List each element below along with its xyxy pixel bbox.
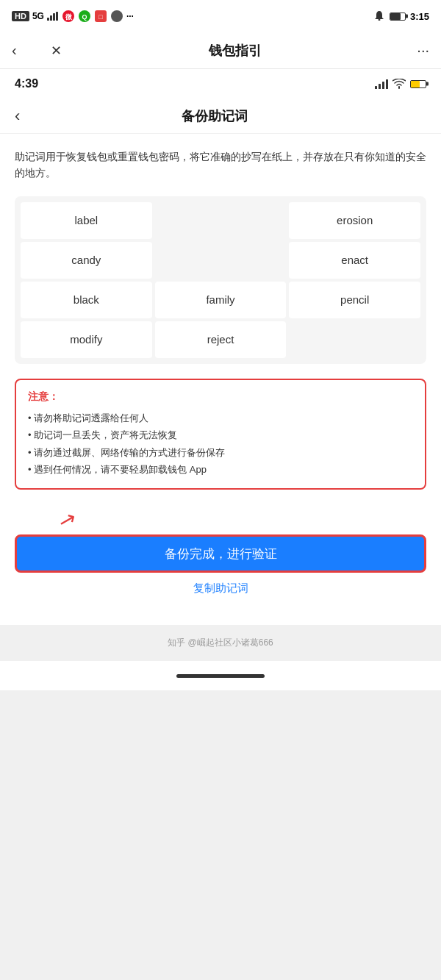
mnemonic-word-1: label xyxy=(21,202,152,239)
dots-label: ··· xyxy=(126,11,134,21)
svg-text:Q: Q xyxy=(82,13,87,21)
svg-point-10 xyxy=(111,10,123,22)
warning-item-1: • 请勿将助记词透露给任何人 xyxy=(28,409,413,426)
inner-status-bar: 4:39 xyxy=(0,69,441,99)
verify-button[interactable]: 备份完成，进行验证 xyxy=(15,534,426,573)
svg-rect-14 xyxy=(382,82,384,89)
inner-nav: ‹ 备份助记词 xyxy=(0,99,441,134)
battery-icon xyxy=(390,12,406,21)
warning-item-2: • 助记词一旦丢失，资产将无法恢复 xyxy=(28,426,413,443)
mnemonic-word-8: family xyxy=(155,282,287,318)
close-button[interactable]: ✕ xyxy=(41,43,71,59)
svg-rect-0 xyxy=(47,18,49,21)
inner-battery-icon xyxy=(410,80,426,88)
hd-badge: HD xyxy=(12,11,29,21)
mnemonic-word-5 xyxy=(155,242,287,279)
inner-status-icons xyxy=(375,79,426,89)
description-text: 助记词用于恢复钱包或重置钱包密码，将它准确的抄写在纸上，并存放在只有你知道的安全… xyxy=(15,149,426,182)
inner-time: 4:39 xyxy=(15,77,38,90)
main-content: 助记词用于恢复钱包或重置钱包密码，将它准确的抄写在纸上，并存放在只有你知道的安全… xyxy=(0,134,441,625)
status-left: HD 5G 微 Q □ ··· xyxy=(12,10,134,23)
signal-icon xyxy=(47,12,59,21)
mnemonic-word-3: erosion xyxy=(289,202,420,239)
home-indicator xyxy=(176,674,265,678)
svg-text:微: 微 xyxy=(64,13,72,21)
bottom-bar xyxy=(0,661,441,690)
mnemonic-word-9: pencil xyxy=(289,282,420,318)
bell-icon xyxy=(373,10,385,22)
mnemonic-word-12 xyxy=(289,321,420,358)
arrow-indicator: ↗ xyxy=(15,507,426,532)
svg-rect-3 xyxy=(56,12,58,21)
svg-rect-1 xyxy=(50,15,52,21)
more-button[interactable]: ··· xyxy=(400,42,429,59)
app-icon-3 xyxy=(110,10,123,23)
svg-text:□: □ xyxy=(98,13,103,21)
svg-rect-11 xyxy=(378,19,380,21)
warning-box: 注意： • 请勿将助记词透露给任何人 • 助记词一旦丢失，资产将无法恢复 • 请… xyxy=(15,379,426,490)
weibo-icon: 微 xyxy=(62,10,75,23)
network-label: 5G xyxy=(32,11,44,21)
svg-rect-2 xyxy=(53,13,55,21)
warning-item-4: • 遇到任何情况，请不要轻易卸载钱包 App xyxy=(28,461,413,478)
page-title: 钱包指引 xyxy=(71,42,400,60)
mnemonic-word-6: enact xyxy=(289,242,420,279)
footer: 知乎 @崛起社区小诸葛666 xyxy=(0,625,441,661)
svg-rect-13 xyxy=(379,84,381,89)
time-display: 3:15 xyxy=(410,11,429,22)
nav-bar: ‹ ✕ 钱包指引 ··· xyxy=(0,32,441,69)
mnemonic-word-4: candy xyxy=(21,242,152,279)
inner-back-button[interactable]: ‹ xyxy=(15,107,20,126)
mnemonic-grid: label erosion candy enact black family p… xyxy=(15,196,426,364)
warning-title: 注意： xyxy=(28,390,413,404)
app-icon-1: Q xyxy=(78,10,91,23)
back-button[interactable]: ‹ xyxy=(12,42,41,59)
outer-status-bar: HD 5G 微 Q □ ··· 3 xyxy=(0,0,441,32)
warning-item-3: • 请勿通过截屏、网络传输的方式进行备份保存 xyxy=(28,444,413,461)
copy-link[interactable]: 复制助记词 xyxy=(15,582,426,595)
inner-page-title: 备份助记词 xyxy=(20,107,409,125)
svg-rect-15 xyxy=(386,79,388,89)
status-right: 3:15 xyxy=(373,10,429,22)
inner-signal-icon xyxy=(375,79,388,89)
svg-rect-12 xyxy=(375,86,377,89)
mnemonic-word-11: reject xyxy=(155,321,287,358)
mnemonic-word-10: modify xyxy=(21,321,152,358)
inner-screen: 4:39 ‹ 备份助记词 助记词用于恢复钱包或重置钱包密码，将它准确 xyxy=(0,69,441,625)
red-arrow-icon: ↗ xyxy=(56,506,79,534)
app-icon-2: □ xyxy=(94,10,107,23)
mnemonic-word-2 xyxy=(155,202,287,239)
mnemonic-word-7: black xyxy=(21,282,152,318)
inner-wifi-icon xyxy=(392,79,406,89)
